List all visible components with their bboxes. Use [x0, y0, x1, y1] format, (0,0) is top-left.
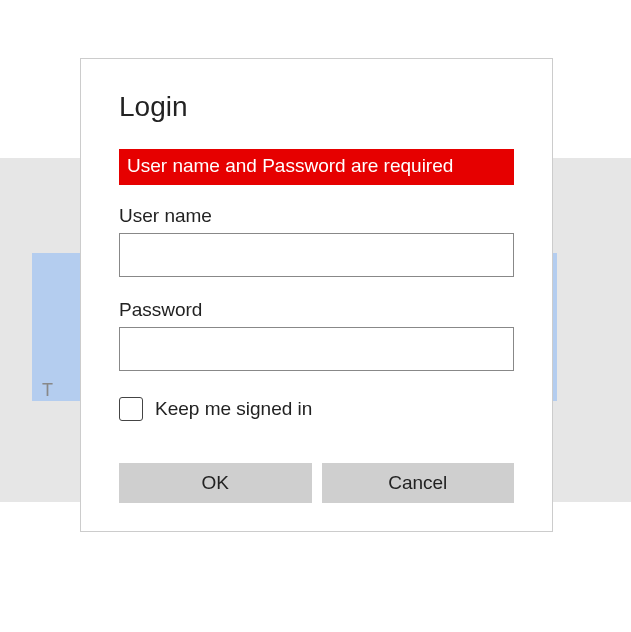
ok-button[interactable]: OK: [119, 463, 312, 503]
remember-label: Keep me signed in: [155, 398, 312, 420]
remember-row: Keep me signed in: [119, 397, 514, 421]
remember-checkbox[interactable]: [119, 397, 143, 421]
username-label: User name: [119, 205, 514, 227]
dialog-title: Login: [119, 91, 514, 123]
username-input[interactable]: [119, 233, 514, 277]
login-dialog: Login User name and Password are require…: [80, 58, 553, 532]
cancel-button[interactable]: Cancel: [322, 463, 515, 503]
dialog-button-row: OK Cancel: [119, 463, 514, 503]
error-banner: User name and Password are required: [119, 149, 514, 185]
password-label: Password: [119, 299, 514, 321]
password-input[interactable]: [119, 327, 514, 371]
background-partial-text: T: [42, 380, 53, 401]
